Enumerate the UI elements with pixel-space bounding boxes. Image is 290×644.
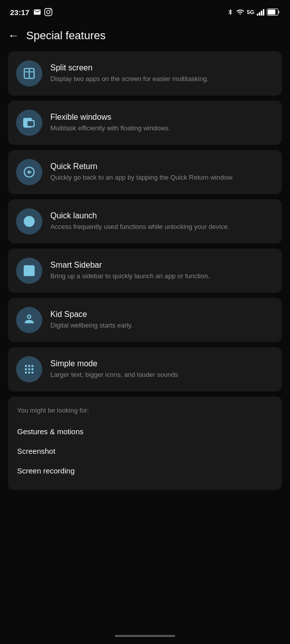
svg-point-11: [26, 218, 33, 225]
feature-text-kid-space: Kid Space Digital wellbeing starts early…: [50, 310, 274, 330]
feature-text-smart-sidebar: Smart Sidebar Bring up a sidebar to quic…: [50, 261, 274, 281]
feature-title-quick-return: Quick Return: [50, 162, 274, 171]
sidebar-icon: [16, 258, 42, 284]
svg-point-14: [25, 365, 27, 367]
feature-text-quick-return: Quick Return Quickly go back to an app b…: [50, 162, 274, 182]
svg-point-22: [31, 371, 33, 373]
page-title: Special features: [26, 29, 106, 42]
feature-card-flexible-windows[interactable]: Flexible windows Multitask efficiently w…: [8, 101, 282, 145]
feature-card-quick-launch[interactable]: Quick launch Access frequently used func…: [8, 199, 282, 244]
wifi-icon: [236, 8, 244, 16]
suggestions-section: You might be looking for: Gestures & mot…: [8, 396, 282, 490]
feature-desc-flexible-windows: Multitask efficiently with floating wind…: [50, 124, 274, 133]
battery-icon: [267, 9, 280, 16]
feature-card-kid-space[interactable]: Kid Space Digital wellbeing starts early…: [8, 298, 282, 342]
svg-point-15: [28, 365, 30, 367]
header: ← Special features: [0, 22, 290, 49]
suggestions-list: Gestures & motionsScreenshotScreen recor…: [17, 422, 273, 480]
suggestion-item-0[interactable]: Gestures & motions: [17, 422, 273, 441]
split-icon: [16, 60, 42, 87]
feature-desc-quick-return: Quickly go back to an app by tapping the…: [50, 173, 274, 182]
suggestions-heading: You might be looking for:: [17, 407, 273, 414]
content-area: Split screen Display two apps on the scr…: [0, 49, 290, 503]
svg-point-19: [31, 368, 33, 370]
feature-card-smart-sidebar[interactable]: Smart Sidebar Bring up a sidebar to quic…: [8, 249, 282, 293]
gmail-icon: [33, 8, 41, 16]
bluetooth-icon: [227, 8, 234, 16]
feature-desc-smart-sidebar: Bring up a sidebar to quickly launch an …: [50, 272, 274, 281]
status-bar: 23:17 5G: [0, 0, 290, 22]
svg-rect-5: [30, 71, 34, 72]
instagram-icon: [44, 8, 52, 16]
feature-title-split-screen: Split screen: [50, 63, 274, 72]
svg-rect-13: [24, 266, 28, 276]
feature-title-smart-sidebar: Smart Sidebar: [50, 261, 274, 270]
feature-desc-kid-space: Digital wellbeing starts early.: [50, 321, 274, 330]
svg-point-17: [25, 368, 27, 370]
signal-icon: [257, 9, 264, 16]
svg-point-18: [28, 368, 30, 370]
feature-cards-list: Split screen Display two apps on the scr…: [8, 51, 282, 391]
svg-point-20: [25, 371, 27, 373]
feature-title-quick-launch: Quick launch: [50, 211, 274, 220]
quicklaunch-icon: [16, 208, 42, 234]
feature-title-flexible-windows: Flexible windows: [50, 113, 274, 122]
feature-desc-simple-mode: Larger text, bigger icons, and louder so…: [50, 370, 274, 379]
feature-card-quick-return[interactable]: Quick Return Quickly go back to an app b…: [8, 150, 282, 194]
status-left-icons: [33, 8, 52, 16]
kidspace-icon: [16, 307, 42, 333]
svg-rect-1: [268, 10, 275, 15]
feature-title-simple-mode: Simple mode: [50, 359, 274, 368]
quickreturn-icon: [16, 159, 42, 185]
nav-bar: [0, 630, 290, 644]
status-right-icons: 5G: [227, 8, 280, 16]
feature-desc-quick-launch: Access frequently used functions while u…: [50, 222, 274, 231]
back-button[interactable]: ←: [8, 29, 19, 42]
5g-icon: 5G: [247, 9, 254, 15]
feature-card-simple-mode[interactable]: Simple mode Larger text, bigger icons, a…: [8, 347, 282, 391]
flexible-icon: [16, 110, 42, 136]
feature-card-split-screen[interactable]: Split screen Display two apps on the scr…: [8, 51, 282, 96]
svg-rect-7: [27, 121, 34, 127]
feature-title-kid-space: Kid Space: [50, 310, 274, 319]
suggestion-item-2[interactable]: Screen recording: [17, 461, 273, 480]
simplemode-icon: [16, 356, 42, 382]
feature-text-flexible-windows: Flexible windows Multitask efficiently w…: [50, 113, 274, 133]
feature-text-quick-launch: Quick launch Access frequently used func…: [50, 211, 274, 231]
svg-point-21: [28, 371, 30, 373]
feature-text-simple-mode: Simple mode Larger text, bigger icons, a…: [50, 359, 274, 379]
svg-point-16: [31, 365, 33, 367]
suggestion-item-1[interactable]: Screenshot: [17, 442, 273, 460]
nav-indicator: [115, 635, 175, 637]
status-time: 23:17: [10, 8, 29, 17]
feature-desc-split-screen: Display two apps on the screen for easie…: [50, 74, 274, 84]
svg-rect-4: [25, 71, 29, 72]
feature-text-split-screen: Split screen Display two apps on the scr…: [50, 63, 274, 84]
